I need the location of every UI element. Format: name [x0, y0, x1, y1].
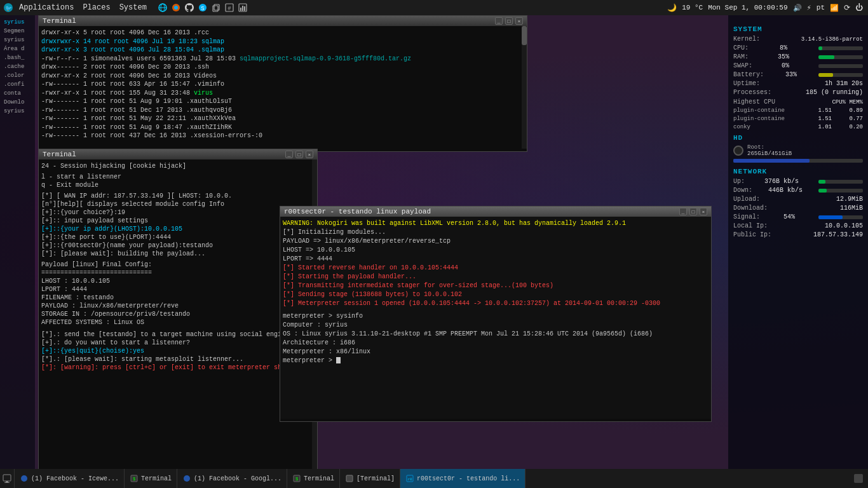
firefox-icon[interactable] [170, 2, 182, 13]
terminal-window-2: Terminal _ □ × 24 - Session hijacking [c… [38, 149, 318, 485]
taskbar-label-r00tsect0r: r00tsect0r - testando li... [417, 475, 520, 482]
cpu-proc-2: plugin-containe 1.51 0.77 [733, 116, 863, 122]
battery-bar-fill [818, 73, 833, 77]
t2-line-7: [n°][help][ displays selected module con… [41, 200, 315, 208]
svg-rect-15 [242, 6, 243, 11]
taskbar-bottom: (1) Facebook - Icewe... $ Terminal (1) F… [0, 469, 868, 488]
svg-point-20 [21, 475, 27, 482]
sidebar-item-syrius[interactable]: syrius [1, 18, 34, 27]
kernel-label: Kernel: [733, 36, 760, 43]
terminal-3-minimize[interactable]: _ [679, 208, 687, 215]
proc-3-name: conky [733, 124, 803, 130]
sidebar-item-segmen[interactable]: Segmen [1, 27, 34, 36]
taskbar-item-terminal-1[interactable]: $ Terminal [125, 469, 177, 488]
proc-3-cpu: 1.01 [818, 124, 832, 130]
sidebar-item-bash[interactable]: .bash_ [1, 53, 34, 62]
power-icon: ⏻ [855, 3, 863, 13]
menu-applications[interactable]: Applications [15, 2, 78, 13]
sidebar-item-area[interactable]: Área d [1, 44, 34, 53]
terminal-3-close[interactable]: × [700, 208, 707, 215]
t2-line-18: LPORT : 4444 [41, 285, 315, 294]
signal-label: Signal: [733, 214, 760, 220]
taskbar-item-terminal-bracket[interactable]: [Terminal] [340, 469, 400, 488]
t2-line-26: [+]::{yes|quit}(choise):yes [41, 347, 315, 355]
svg-rect-14 [240, 8, 241, 11]
battery-label: Battery: [733, 71, 764, 78]
sidebar-item-syrius3[interactable]: syrius [1, 107, 34, 116]
terminal-icon-1: $ [130, 474, 139, 483]
up-label: Up: [733, 178, 745, 185]
cpu-col-label: CPU% MEM% [832, 99, 863, 105]
skype-icon[interactable]: S [197, 2, 208, 13]
svg-rect-26 [346, 475, 353, 482]
t3-line-2: [*] Initializing modules... [283, 228, 709, 237]
taskbar-item-facebook-ice[interactable]: (1) Facebook - Icewe... [15, 469, 125, 488]
svg-text:$: $ [133, 477, 135, 482]
sidebar-item-downlo[interactable]: Downlo [1, 98, 34, 107]
terminal-2-maximize[interactable]: □ [295, 151, 303, 158]
t2-line-13: [*]: [please wait]: building the payload… [41, 250, 315, 258]
t1-line-5: drwx------ 2 root root 4096 Dec 20 2013 … [41, 63, 524, 72]
uptime-value: 1h 31m 20s [825, 80, 863, 87]
sidebar-item-confi[interactable]: .confi [1, 80, 34, 89]
terminal-1-titlebar[interactable]: Terminal _ □ × [39, 16, 527, 26]
local-ip-row: Local Ip: 10.0.0.105 [733, 222, 863, 229]
terminal-2-minimize[interactable]: _ [285, 151, 293, 158]
sidebar-item-conta[interactable]: conta [1, 89, 34, 98]
terminal-3-buttons: _ □ × [679, 208, 707, 215]
svg-rect-16 [244, 6, 245, 11]
t2-line-1: 24 - Session hijacking [cookie hijack] [41, 162, 315, 170]
terminal-1-minimize[interactable]: _ [495, 17, 503, 25]
taskbar-show-desktop[interactable] [0, 469, 15, 488]
desktop-icon [3, 474, 11, 483]
proc-2-name: plugin-containe [733, 116, 803, 122]
globe-icon[interactable] [157, 2, 168, 13]
sidebar-item-cache[interactable]: .cache [1, 62, 34, 71]
t2-line-3: l - start a listenner [41, 173, 315, 181]
terminal-3-titlebar[interactable]: r00tsect0r - testando linux payload _ □ … [280, 207, 711, 217]
down-bar-fill [818, 189, 827, 193]
scrollbar-1[interactable] [522, 26, 527, 149]
menu-places[interactable]: Places [79, 2, 114, 13]
t3-line-7: [*] Starting the payload handler... [283, 273, 709, 281]
show-desktop-btn[interactable] [854, 474, 863, 483]
terminal-3-maximize[interactable]: □ [689, 208, 697, 215]
terminal-2-buttons: _ □ × [285, 151, 313, 158]
up-bar-fill [818, 180, 825, 184]
swap-row: SWAP: 0% [733, 62, 863, 69]
swap-bar [818, 64, 863, 68]
hd-title: HD [733, 134, 863, 142]
t2-line-9: [+]:: input payload settings [41, 217, 315, 225]
proc-1-cpu: 1.51 [818, 107, 832, 114]
hash-icon[interactable]: # [224, 2, 235, 13]
upload-row: Upload: 12.9MiB [733, 196, 863, 203]
wifi-icon: 📶 [830, 4, 839, 12]
sidebar-item-syrius2[interactable]: syrius [1, 36, 34, 44]
system-panel: SYSTEM Kernel: 3.14.5-i386-parrot CPU: 8… [728, 15, 868, 469]
terminal-2-titlebar[interactable]: Terminal _ □ × [39, 149, 317, 159]
cpu-row: CPU: 8% [733, 44, 863, 51]
copy-icon[interactable] [210, 2, 222, 13]
terminal-1-close[interactable]: × [515, 17, 523, 25]
disk-bar-fill [733, 159, 810, 163]
network-title: NETWORK [733, 168, 863, 175]
svg-point-23 [184, 475, 190, 482]
t3-line-13: Computer : syrius [283, 321, 709, 330]
sidebar-item-color[interactable]: .color [1, 71, 34, 80]
taskbar-item-r00tsect0r[interactable]: r0 r00tsect0r - testando li... [400, 469, 526, 488]
terminal-1-maximize[interactable]: □ [505, 17, 513, 25]
public-ip-label: Public Ip: [733, 231, 771, 238]
scrollbar-1-thumb[interactable] [522, 26, 527, 45]
terminal-2-close[interactable]: × [306, 151, 313, 158]
taskbar-item-terminal-2[interactable]: $ Terminal [287, 469, 340, 488]
app-icon: 🐦 [3, 2, 14, 13]
taskbar-item-facebook-google[interactable]: (1) Facebook - Googl... [177, 469, 287, 488]
github-icon[interactable] [184, 2, 195, 13]
menu-system[interactable]: System [116, 2, 151, 13]
update-icon: ⟳ [844, 3, 850, 13]
download-row: Download: 116MiB [733, 205, 863, 212]
terminal-1-content: drwxr-xr-x 5 root root 4096 Dec 16 2013 … [39, 26, 527, 149]
chart-icon[interactable] [237, 2, 248, 13]
svg-text:S: S [201, 6, 204, 12]
t2-line-15: Payload [linux] Final Config: [41, 261, 315, 269]
